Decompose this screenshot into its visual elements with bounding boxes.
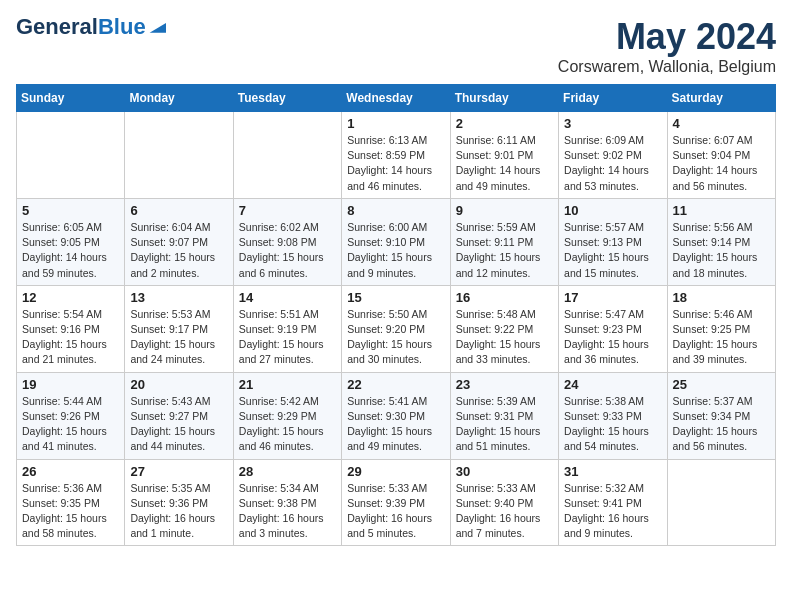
day-number: 15: [347, 290, 444, 305]
day-number: 13: [130, 290, 227, 305]
calendar-cell: 17Sunrise: 5:47 AM Sunset: 9:23 PM Dayli…: [559, 285, 667, 372]
day-info: Sunrise: 5:47 AM Sunset: 9:23 PM Dayligh…: [564, 307, 661, 368]
day-info: Sunrise: 5:48 AM Sunset: 9:22 PM Dayligh…: [456, 307, 553, 368]
day-of-week-header: Saturday: [667, 85, 775, 112]
calendar-cell: 20Sunrise: 5:43 AM Sunset: 9:27 PM Dayli…: [125, 372, 233, 459]
header-row: SundayMondayTuesdayWednesdayThursdayFrid…: [17, 85, 776, 112]
calendar-cell: 23Sunrise: 5:39 AM Sunset: 9:31 PM Dayli…: [450, 372, 558, 459]
day-info: Sunrise: 5:33 AM Sunset: 9:40 PM Dayligh…: [456, 481, 553, 542]
day-number: 14: [239, 290, 336, 305]
calendar-header: SundayMondayTuesdayWednesdayThursdayFrid…: [17, 85, 776, 112]
calendar-cell: 8Sunrise: 6:00 AM Sunset: 9:10 PM Daylig…: [342, 198, 450, 285]
calendar-cell: 13Sunrise: 5:53 AM Sunset: 9:17 PM Dayli…: [125, 285, 233, 372]
calendar-cell: [233, 112, 341, 199]
day-number: 25: [673, 377, 770, 392]
day-number: 27: [130, 464, 227, 479]
day-number: 30: [456, 464, 553, 479]
day-number: 6: [130, 203, 227, 218]
day-info: Sunrise: 6:02 AM Sunset: 9:08 PM Dayligh…: [239, 220, 336, 281]
day-info: Sunrise: 5:38 AM Sunset: 9:33 PM Dayligh…: [564, 394, 661, 455]
day-number: 19: [22, 377, 119, 392]
calendar-cell: [125, 112, 233, 199]
calendar-cell: 2Sunrise: 6:11 AM Sunset: 9:01 PM Daylig…: [450, 112, 558, 199]
title-block: May 2024 Corswarem, Wallonia, Belgium: [558, 16, 776, 76]
day-number: 3: [564, 116, 661, 131]
day-number: 4: [673, 116, 770, 131]
day-info: Sunrise: 5:53 AM Sunset: 9:17 PM Dayligh…: [130, 307, 227, 368]
calendar-cell: 19Sunrise: 5:44 AM Sunset: 9:26 PM Dayli…: [17, 372, 125, 459]
calendar-cell: 10Sunrise: 5:57 AM Sunset: 9:13 PM Dayli…: [559, 198, 667, 285]
logo-icon: [148, 21, 166, 33]
day-number: 28: [239, 464, 336, 479]
day-number: 24: [564, 377, 661, 392]
calendar-cell: 11Sunrise: 5:56 AM Sunset: 9:14 PM Dayli…: [667, 198, 775, 285]
day-number: 31: [564, 464, 661, 479]
day-info: Sunrise: 6:00 AM Sunset: 9:10 PM Dayligh…: [347, 220, 444, 281]
calendar-cell: 29Sunrise: 5:33 AM Sunset: 9:39 PM Dayli…: [342, 459, 450, 546]
day-of-week-header: Tuesday: [233, 85, 341, 112]
day-info: Sunrise: 5:44 AM Sunset: 9:26 PM Dayligh…: [22, 394, 119, 455]
day-info: Sunrise: 6:09 AM Sunset: 9:02 PM Dayligh…: [564, 133, 661, 194]
logo-text: GeneralBlue: [16, 16, 146, 38]
day-number: 9: [456, 203, 553, 218]
calendar-week-row: 26Sunrise: 5:36 AM Sunset: 9:35 PM Dayli…: [17, 459, 776, 546]
calendar-cell: [17, 112, 125, 199]
day-of-week-header: Monday: [125, 85, 233, 112]
day-info: Sunrise: 5:33 AM Sunset: 9:39 PM Dayligh…: [347, 481, 444, 542]
day-info: Sunrise: 6:13 AM Sunset: 8:59 PM Dayligh…: [347, 133, 444, 194]
day-info: Sunrise: 5:32 AM Sunset: 9:41 PM Dayligh…: [564, 481, 661, 542]
day-number: 1: [347, 116, 444, 131]
day-info: Sunrise: 5:35 AM Sunset: 9:36 PM Dayligh…: [130, 481, 227, 542]
calendar-cell: 9Sunrise: 5:59 AM Sunset: 9:11 PM Daylig…: [450, 198, 558, 285]
day-number: 11: [673, 203, 770, 218]
day-info: Sunrise: 6:11 AM Sunset: 9:01 PM Dayligh…: [456, 133, 553, 194]
calendar-cell: 6Sunrise: 6:04 AM Sunset: 9:07 PM Daylig…: [125, 198, 233, 285]
day-number: 29: [347, 464, 444, 479]
calendar-cell: 30Sunrise: 5:33 AM Sunset: 9:40 PM Dayli…: [450, 459, 558, 546]
calendar-cell: 27Sunrise: 5:35 AM Sunset: 9:36 PM Dayli…: [125, 459, 233, 546]
day-number: 18: [673, 290, 770, 305]
day-info: Sunrise: 6:07 AM Sunset: 9:04 PM Dayligh…: [673, 133, 770, 194]
calendar-cell: [667, 459, 775, 546]
day-of-week-header: Wednesday: [342, 85, 450, 112]
day-info: Sunrise: 6:04 AM Sunset: 9:07 PM Dayligh…: [130, 220, 227, 281]
calendar-subtitle: Corswarem, Wallonia, Belgium: [558, 58, 776, 76]
day-of-week-header: Thursday: [450, 85, 558, 112]
calendar-cell: 24Sunrise: 5:38 AM Sunset: 9:33 PM Dayli…: [559, 372, 667, 459]
calendar-cell: 21Sunrise: 5:42 AM Sunset: 9:29 PM Dayli…: [233, 372, 341, 459]
day-info: Sunrise: 5:34 AM Sunset: 9:38 PM Dayligh…: [239, 481, 336, 542]
day-number: 21: [239, 377, 336, 392]
day-number: 22: [347, 377, 444, 392]
day-number: 8: [347, 203, 444, 218]
day-number: 10: [564, 203, 661, 218]
day-info: Sunrise: 5:59 AM Sunset: 9:11 PM Dayligh…: [456, 220, 553, 281]
calendar-cell: 3Sunrise: 6:09 AM Sunset: 9:02 PM Daylig…: [559, 112, 667, 199]
logo: GeneralBlue: [16, 16, 166, 38]
day-number: 2: [456, 116, 553, 131]
day-number: 23: [456, 377, 553, 392]
day-info: Sunrise: 5:36 AM Sunset: 9:35 PM Dayligh…: [22, 481, 119, 542]
calendar-cell: 26Sunrise: 5:36 AM Sunset: 9:35 PM Dayli…: [17, 459, 125, 546]
logo-general: General: [16, 14, 98, 39]
calendar-cell: 31Sunrise: 5:32 AM Sunset: 9:41 PM Dayli…: [559, 459, 667, 546]
calendar-cell: 22Sunrise: 5:41 AM Sunset: 9:30 PM Dayli…: [342, 372, 450, 459]
day-info: Sunrise: 5:46 AM Sunset: 9:25 PM Dayligh…: [673, 307, 770, 368]
day-info: Sunrise: 5:56 AM Sunset: 9:14 PM Dayligh…: [673, 220, 770, 281]
calendar-cell: 1Sunrise: 6:13 AM Sunset: 8:59 PM Daylig…: [342, 112, 450, 199]
day-info: Sunrise: 5:50 AM Sunset: 9:20 PM Dayligh…: [347, 307, 444, 368]
day-number: 17: [564, 290, 661, 305]
logo-blue: Blue: [98, 14, 146, 39]
calendar-cell: 16Sunrise: 5:48 AM Sunset: 9:22 PM Dayli…: [450, 285, 558, 372]
calendar-cell: 15Sunrise: 5:50 AM Sunset: 9:20 PM Dayli…: [342, 285, 450, 372]
calendar-week-row: 19Sunrise: 5:44 AM Sunset: 9:26 PM Dayli…: [17, 372, 776, 459]
calendar-body: 1Sunrise: 6:13 AM Sunset: 8:59 PM Daylig…: [17, 112, 776, 546]
calendar-cell: 18Sunrise: 5:46 AM Sunset: 9:25 PM Dayli…: [667, 285, 775, 372]
calendar-cell: 25Sunrise: 5:37 AM Sunset: 9:34 PM Dayli…: [667, 372, 775, 459]
calendar-week-row: 1Sunrise: 6:13 AM Sunset: 8:59 PM Daylig…: [17, 112, 776, 199]
day-number: 5: [22, 203, 119, 218]
day-number: 12: [22, 290, 119, 305]
day-info: Sunrise: 5:41 AM Sunset: 9:30 PM Dayligh…: [347, 394, 444, 455]
calendar-cell: 14Sunrise: 5:51 AM Sunset: 9:19 PM Dayli…: [233, 285, 341, 372]
day-info: Sunrise: 5:39 AM Sunset: 9:31 PM Dayligh…: [456, 394, 553, 455]
day-info: Sunrise: 5:54 AM Sunset: 9:16 PM Dayligh…: [22, 307, 119, 368]
